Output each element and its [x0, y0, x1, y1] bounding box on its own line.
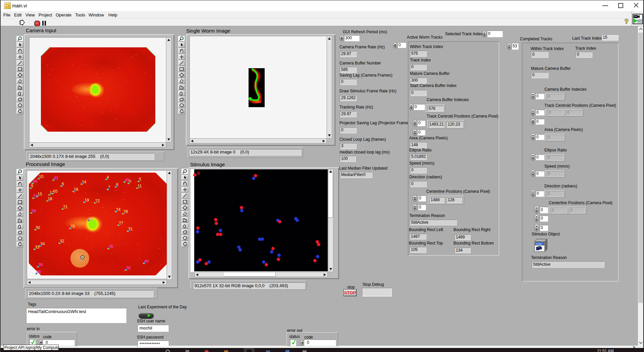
svg-text:STIM: STIM — [536, 243, 542, 245]
